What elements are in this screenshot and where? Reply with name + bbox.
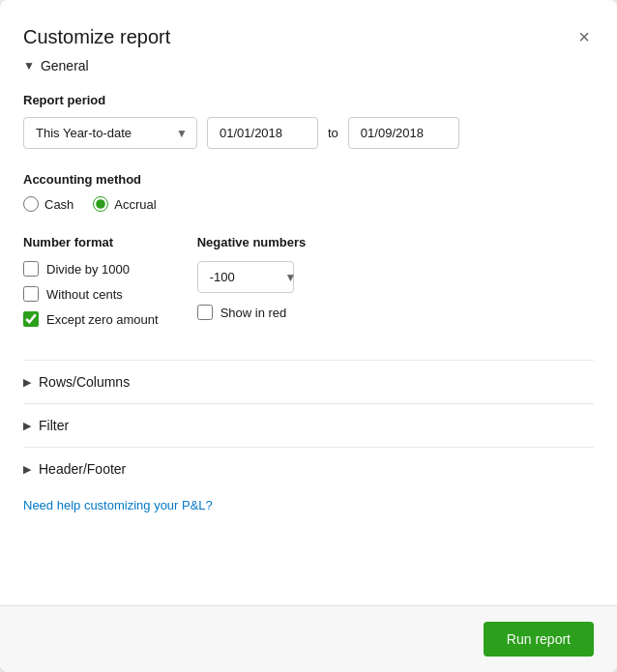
run-report-button[interactable]: Run report: [484, 622, 594, 657]
rows-columns-arrow-icon: ▶: [23, 376, 31, 389]
period-select[interactable]: This Year-to-date This Month Last Month …: [23, 117, 197, 149]
accounting-method-label: Accounting method: [23, 172, 594, 187]
dialog-title: Customize report: [23, 26, 170, 48]
dialog-footer: Run report: [0, 605, 617, 672]
report-period-row: This Year-to-date This Month Last Month …: [23, 117, 594, 149]
number-format-label: Number format: [23, 235, 159, 249]
period-select-wrapper: This Year-to-date This Month Last Month …: [23, 117, 197, 149]
accrual-radio[interactable]: [93, 196, 108, 212]
divide-by-1000-text: Divide by 1000: [46, 262, 130, 277]
negative-select[interactable]: -100 (100) -100 CR: [197, 261, 294, 293]
accounting-method-section: Accounting method Cash Accrual: [23, 172, 594, 212]
customize-report-dialog: Customize report × ▼ General Report peri…: [0, 0, 617, 672]
without-cents-label[interactable]: Without cents: [23, 286, 159, 302]
show-in-red-checkbox[interactable]: [197, 305, 213, 320]
show-in-red-text: Show in red: [220, 306, 287, 320]
filter-label: Filter: [39, 418, 69, 433]
date-from-input[interactable]: [207, 117, 318, 149]
cash-label: Cash: [44, 197, 73, 212]
except-zero-text: Except zero amount: [46, 312, 159, 327]
header-footer-label: Header/Footer: [39, 461, 126, 477]
accounting-radio-group: Cash Accrual: [23, 196, 594, 212]
cash-radio[interactable]: [23, 196, 39, 212]
general-section-toggle[interactable]: ▼ General: [23, 58, 594, 73]
number-format-col: Number format Divide by 1000 Without cen…: [23, 235, 159, 336]
header-footer-section[interactable]: ▶ Header/Footer: [23, 447, 594, 490]
filter-section[interactable]: ▶ Filter: [23, 403, 594, 447]
format-numbers-row: Number format Divide by 1000 Without cen…: [23, 235, 594, 336]
without-cents-checkbox[interactable]: [23, 286, 39, 302]
dialog-header: Customize report ×: [0, 0, 617, 58]
accrual-radio-label[interactable]: Accrual: [93, 196, 156, 212]
except-zero-checkbox[interactable]: [23, 311, 39, 327]
without-cents-text: Without cents: [46, 287, 123, 302]
negative-select-wrapper: -100 (100) -100 CR ▼: [197, 261, 307, 293]
close-button[interactable]: ×: [574, 23, 594, 50]
to-label: to: [328, 126, 338, 140]
header-footer-arrow-icon: ▶: [23, 463, 31, 476]
date-to-input[interactable]: [348, 117, 459, 149]
filter-arrow-icon: ▶: [23, 420, 31, 432]
report-period-label: Report period: [23, 93, 594, 107]
show-in-red-label[interactable]: Show in red: [197, 305, 307, 320]
negative-numbers-label: Negative numbers: [197, 235, 307, 249]
cash-radio-label[interactable]: Cash: [23, 196, 73, 212]
general-arrow-icon: ▼: [23, 59, 35, 73]
general-label: General: [41, 58, 89, 73]
except-zero-label[interactable]: Except zero amount: [23, 311, 159, 327]
help-link[interactable]: Need help customizing your P&L?: [23, 498, 213, 512]
negative-numbers-col: Negative numbers -100 (100) -100 CR ▼ Sh…: [197, 235, 307, 336]
dialog-body: ▼ General Report period This Year-to-dat…: [0, 58, 617, 605]
divide-by-1000-checkbox[interactable]: [23, 261, 39, 277]
rows-columns-label: Rows/Columns: [39, 374, 130, 390]
divide-by-1000-label[interactable]: Divide by 1000: [23, 261, 159, 277]
rows-columns-section[interactable]: ▶ Rows/Columns: [23, 360, 594, 403]
accrual-label: Accrual: [114, 197, 156, 212]
